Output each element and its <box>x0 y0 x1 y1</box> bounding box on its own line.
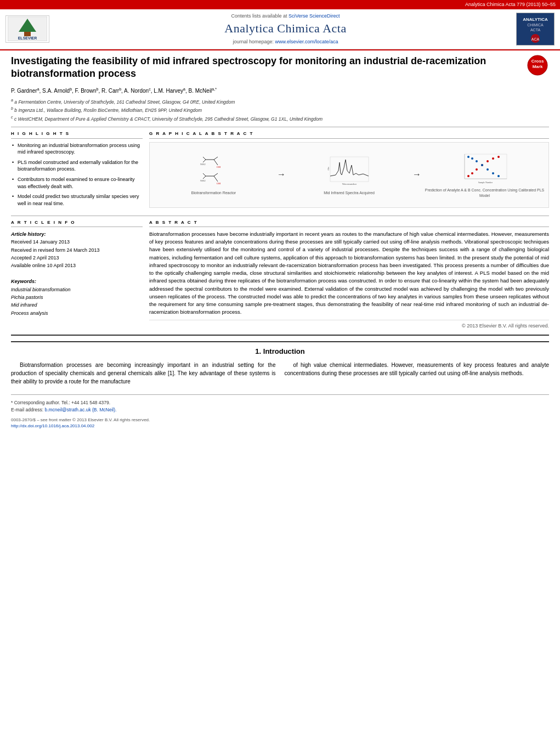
svg-text:CHIMICA: CHIMICA <box>527 23 544 27</box>
svg-text:Wavenumber: Wavenumber <box>342 183 357 185</box>
info-abstract-row: A R T I C L E I N F O Article history: R… <box>11 219 549 330</box>
svg-text:NH2: NH2 <box>200 163 206 166</box>
journal-homepage: journal homepage: www.elsevier.com/locat… <box>55 38 516 46</box>
divider-3 <box>11 335 549 336</box>
introduction-section: 1. Introduction Biotransformation proces… <box>11 341 549 386</box>
ga-arrow-2: → <box>412 168 421 180</box>
svg-text:Mark: Mark <box>533 64 543 69</box>
issn-text: 0003-2670/$ – see front matter © 2013 El… <box>11 417 150 423</box>
highlights-graphical-row: H I G H L I G H T S Monitoring an indust… <box>11 131 549 211</box>
journal-citation: Analytica Chimica Acta 779 (2013) 50–55 <box>465 2 556 7</box>
svg-line-24 <box>203 173 206 176</box>
scatter-drawing: Sample Number <box>460 151 510 184</box>
journal-center: Contents lists available at SciVerse Sci… <box>55 13 516 46</box>
svg-line-15 <box>214 157 218 160</box>
ga-block3-label: Prediction of Analyte A & B Conc. Concen… <box>423 188 546 199</box>
ga-block2-label: Mid Infrared Spectra Acquired <box>288 190 410 196</box>
svg-text:NH2: NH2 <box>200 179 206 182</box>
highlights-label: H I G H L I G H T S <box>11 131 143 138</box>
highlights-list: Monitoring an industrial biotransformati… <box>11 142 143 207</box>
ga-block-spectrum: Wavenumber Abs Mid Infrared Spectra Acqu… <box>288 154 410 196</box>
svg-point-43 <box>492 172 494 174</box>
svg-text:OH: OH <box>217 166 221 168</box>
article-info-section: A R T I C L E I N F O Article history: R… <box>11 219 143 330</box>
footer-bottom: 0003-2670/$ – see front matter © 2013 El… <box>11 417 549 423</box>
svg-text:ACTA: ACTA <box>530 28 540 32</box>
article-info-content: Article history: Received 14 January 201… <box>11 230 143 317</box>
abstract-label: A B S T R A C T <box>149 219 549 227</box>
svg-text:ACA: ACA <box>531 37 540 41</box>
svg-line-16 <box>203 160 206 162</box>
svg-text:Cross: Cross <box>531 59 544 64</box>
svg-point-33 <box>476 168 478 171</box>
svg-text:ELSEVIER: ELSEVIER <box>18 36 37 40</box>
spectrum-drawing: Wavenumber Abs <box>327 154 371 187</box>
sciverse-link[interactable]: SciVerse ScienceDirect <box>289 13 340 19</box>
svg-point-32 <box>471 172 473 174</box>
copyright-line: © 2013 Elsevier B.V. All rights reserved… <box>149 320 549 330</box>
email-line: E-mail address: b.mcneil@strath.ac.uk (B… <box>11 406 549 414</box>
affiliations: a a Fermentation Centre, University of S… <box>11 98 549 123</box>
svg-point-35 <box>487 160 489 162</box>
ga-block-molecules: OH NH2 OH NH2 <box>152 154 275 196</box>
keyword-1: Industrial biotransformation <box>11 286 143 293</box>
svg-point-36 <box>492 157 494 160</box>
graphical-abstract-box: OH NH2 OH NH2 <box>149 142 549 208</box>
intro-para-1: Biotransformation processes are becoming… <box>11 361 276 386</box>
keywords-label: Keywords: <box>11 278 143 285</box>
highlights-section: H I G H L I G H T S Monitoring an indust… <box>11 131 143 211</box>
svg-line-14 <box>214 160 218 165</box>
highlight-item-1: Monitoring an industrial biotransformati… <box>11 142 143 156</box>
available-date: Available online 10 April 2013 <box>11 262 143 269</box>
footer-doi[interactable]: http://dx.doi.org/10.1016/j.aca.2013.04.… <box>11 423 549 429</box>
svg-line-22 <box>214 173 218 176</box>
journal-logo-right: ANALYTICA CHIMICA ACTA ACA <box>516 13 555 46</box>
graphical-abstract-section: G R A P H I C A L A B S T R A C T <box>149 131 549 211</box>
journal-title: Analytica Chimica Acta <box>55 20 516 37</box>
divider-1 <box>11 127 549 127</box>
ga-block-scatter: Sample Number Prediction of Analyte A & … <box>423 151 546 199</box>
svg-line-17 <box>203 157 206 160</box>
journal-header: Analytica Chimica Acta 779 (2013) 50–55 … <box>0 0 560 50</box>
history-label: Article history: <box>11 230 143 238</box>
keyword-2: Pichia pastoris <box>11 293 143 301</box>
sciverse-line: Contents lists available at SciVerse Sci… <box>55 13 516 20</box>
ga-arrow-1: → <box>277 168 286 180</box>
graphical-abstract-label: G R A P H I C A L A B S T R A C T <box>149 131 549 138</box>
introduction-text: Biotransformation processes are becoming… <box>11 361 549 386</box>
footer-footnote: * Corresponding author. Tel.: +44 141 54… <box>11 399 549 414</box>
keyword-3: Mid infrared <box>11 301 143 309</box>
article-info-label: A R T I C L E I N F O <box>11 219 143 227</box>
graphical-abstract-inner: OH NH2 OH NH2 <box>152 151 546 199</box>
svg-point-31 <box>467 175 470 177</box>
svg-point-38 <box>467 156 470 158</box>
authors-line: P. Gardnera, S.A. Arnoldb, F. Brownb, R.… <box>11 87 549 95</box>
article-title-section: Investigating the feasibility of mid inf… <box>11 55 549 83</box>
crossmark-logo[interactable]: Cross Mark <box>527 55 549 77</box>
abstract-text: Biotransformation processes have become … <box>149 230 549 316</box>
affiliation-a: a a Fermentation Centre, University of S… <box>11 98 549 106</box>
ga-block1-label: Biotransformation Reactor <box>152 190 275 196</box>
abstract-section: A B S T R A C T Biotransformation proces… <box>149 219 549 330</box>
svg-rect-2 <box>24 32 31 36</box>
svg-point-44 <box>497 175 500 177</box>
accepted-date: Accepted 2 April 2013 <box>11 254 143 262</box>
highlight-item-3: Contributors to model examined to ensure… <box>11 176 143 190</box>
elsevier-logo: ELSEVIER <box>5 15 49 43</box>
svg-line-21 <box>214 176 218 182</box>
divider-2 <box>11 216 549 216</box>
keyword-4: Process analysis <box>11 309 143 317</box>
corresponding-author: * Corresponding author. Tel.: +44 141 54… <box>11 399 549 406</box>
svg-point-39 <box>471 157 473 160</box>
svg-text:OH: OH <box>217 182 221 185</box>
affiliation-b: b b Ingenza Ltd., Wallace Building, Rosl… <box>11 106 549 114</box>
affiliation-c: c c WestCHEM, Department of Pure & Appli… <box>11 115 549 123</box>
journal-top-bar: Analytica Chimica Acta 779 (2013) 50–55 <box>0 0 560 9</box>
homepage-url[interactable]: www.elsevier.com/locate/aca <box>275 39 338 44</box>
svg-point-41 <box>481 164 483 166</box>
svg-text:Sample Number: Sample Number <box>478 181 493 184</box>
svg-rect-27 <box>330 157 369 182</box>
received-date: Received 14 January 2013 <box>11 238 143 246</box>
email-address[interactable]: b.mcneil@strath.ac.uk (B. McNeil). <box>44 407 116 412</box>
svg-text:ANALYTICA: ANALYTICA <box>523 17 548 22</box>
